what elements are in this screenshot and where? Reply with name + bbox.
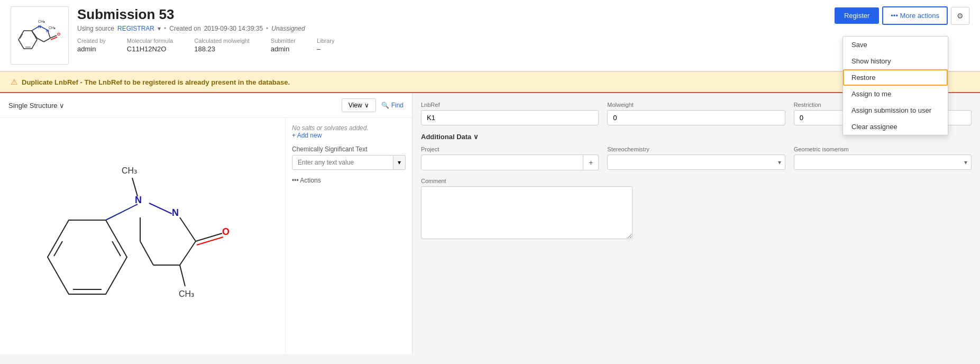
header-meta: Using source REGISTRAR ▾ • Created on 20… — [77, 25, 335, 32]
add-new-link[interactable]: + Add new — [292, 132, 406, 139]
more-actions-dropdown: Save Show history Restore Assign to me A… — [842, 36, 948, 135]
actions-link[interactable]: ••• Actions — [292, 177, 321, 184]
view-chevron-icon: ∨ — [364, 102, 369, 109]
header-actions: Register ••• More actions ⚙ — [835, 6, 969, 25]
chem-text-input-row: ▾ — [292, 155, 406, 170]
dropdown-item-assign-user[interactable]: Assign submission to user — [843, 102, 948, 119]
panel-toolbar: Single Structure ∨ View ∨ 🔍 Find — [0, 93, 412, 118]
project-input[interactable] — [421, 154, 583, 170]
source-label: Using source — [77, 25, 114, 32]
geometric-isomerism-select[interactable] — [794, 154, 972, 170]
created-date: 2019-09-30 14:39:35 — [204, 25, 263, 32]
find-label: Find — [391, 102, 404, 109]
salts-note: No salts or solvates added. + Add new — [292, 124, 406, 139]
dropdown-item-clear-assignee[interactable]: Clear assignee — [843, 119, 948, 135]
project-group: Project + — [421, 146, 599, 170]
header-fields: Created by admin Molecular formula C11H1… — [77, 38, 335, 53]
svg-line-32 — [132, 178, 138, 196]
view-button[interactable]: View ∨ — [342, 98, 376, 112]
lnbref-group: LnbRef — [421, 102, 599, 125]
structure-area: N N O CH₃ — [0, 118, 286, 354]
dropdown-item-show-history[interactable]: Show history — [843, 53, 948, 69]
svg-line-20 — [106, 204, 138, 220]
warning-banner: ⚠ Duplicate LnbRef - The LnbRef to be re… — [0, 71, 980, 93]
more-actions-button[interactable]: ••• More actions — [882, 6, 948, 25]
warning-icon: ⚠ — [11, 77, 17, 87]
main-content: Single Structure ∨ View ∨ 🔍 Find — [0, 93, 980, 354]
svg-line-34 — [180, 265, 185, 286]
source-link[interactable]: REGISTRAR — [117, 25, 154, 32]
assignment-status: Unassigned — [271, 25, 305, 32]
stereochemistry-select[interactable] — [607, 154, 785, 170]
svg-line-7 — [37, 38, 44, 42]
header-left: CH₃ CH₃ N N O Submission 53 Using source… — [11, 6, 335, 65]
geometric-isomerism-select-wrapper — [794, 154, 972, 170]
structure-right-controls: No salts or solvates added. + Add new Ch… — [286, 118, 412, 354]
field-submitter: Submitter admin — [271, 38, 296, 53]
panel-body: N N O CH₃ — [0, 118, 412, 354]
svg-text:O: O — [57, 32, 60, 37]
field-library: Library – — [317, 38, 335, 53]
svg-text:N: N — [46, 29, 49, 33]
svg-marker-0 — [19, 31, 37, 49]
molweight-input[interactable] — [607, 110, 785, 125]
svg-line-27 — [140, 241, 153, 265]
header-info: Submission 53 Using source REGISTRAR ▾ •… — [77, 6, 335, 53]
svg-text:N: N — [38, 24, 41, 29]
dropdown-item-save[interactable]: Save — [843, 37, 948, 53]
view-label: View — [349, 102, 362, 109]
svg-line-29 — [196, 233, 222, 241]
chem-text-dropdown-btn[interactable]: ▾ — [393, 155, 406, 170]
created-label: Created on — [169, 25, 200, 32]
svg-text:CH₃: CH₃ — [122, 166, 137, 175]
single-structure-dropdown[interactable]: Single Structure ∨ — [8, 102, 65, 110]
chevron-icon: ▾ — [158, 25, 161, 32]
molecule-structure-svg: N N O CH₃ — [16, 135, 270, 336]
svg-text:N: N — [172, 207, 179, 218]
gear-button[interactable]: ⚙ — [951, 7, 969, 25]
field-created-by: Created by admin — [77, 38, 106, 53]
toolbar-right: View ∨ 🔍 Find — [342, 98, 404, 112]
svg-line-24 — [180, 217, 196, 241]
page-title: Submission 53 — [77, 6, 335, 23]
field-molecular-formula: Molecular formula C11H12N2O — [127, 38, 173, 53]
comment-textarea[interactable] — [421, 186, 633, 239]
dropdown-item-assign-me[interactable]: Assign to me — [843, 86, 948, 102]
additional-data-row: Project + Stereochemistry Geometric isom… — [421, 146, 972, 170]
dot-separator: • — [164, 25, 166, 32]
svg-line-30 — [197, 237, 223, 245]
svg-line-25 — [180, 241, 196, 265]
geometric-isomerism-group: Geometric isomerism — [794, 146, 972, 170]
chem-text-input[interactable] — [292, 155, 393, 170]
toolbar-left: Single Structure ∨ — [8, 102, 65, 110]
dropdown-item-restore[interactable]: Restore — [843, 69, 948, 86]
svg-line-22 — [149, 203, 172, 214]
warning-text: Duplicate LnbRef - The LnbRef to be regi… — [22, 78, 290, 86]
chem-text-section: Chemically Significant Text ▾ — [292, 145, 406, 170]
find-icon: 🔍 — [381, 102, 389, 109]
svg-text:CH₃: CH₃ — [49, 26, 56, 30]
svg-line-6 — [44, 38, 50, 42]
svg-text:N: N — [135, 195, 142, 205]
comment-group: Comment — [421, 178, 633, 239]
stereochemistry-group: Stereochemistry — [607, 146, 785, 170]
left-panel: Single Structure ∨ View ∨ 🔍 Find — [0, 93, 413, 354]
register-button[interactable]: Register — [835, 7, 879, 24]
svg-text:CH₃: CH₃ — [38, 20, 45, 23]
field-molweight: Calculated molweight 188.23 — [194, 38, 250, 53]
chevron-down-icon: ∨ — [59, 102, 65, 110]
find-button[interactable]: 🔍 Find — [381, 102, 404, 109]
project-input-row: + — [421, 154, 599, 170]
structure-tab-label: Single Structure — [8, 102, 58, 110]
svg-marker-16 — [48, 220, 127, 294]
lnbref-input[interactable] — [421, 110, 599, 125]
svg-line-8 — [32, 31, 37, 38]
stereochemistry-select-wrapper — [607, 154, 785, 170]
svg-text:O: O — [222, 226, 230, 237]
actions-section: ••• Actions — [292, 176, 406, 184]
project-add-button[interactable]: + — [583, 154, 599, 170]
molweight-group: Molweight — [607, 102, 785, 125]
dot-separator2: • — [266, 25, 268, 32]
molecule-thumbnail: CH₃ CH₃ N N O — [11, 6, 69, 65]
additional-data-chevron: ∨ — [473, 133, 479, 141]
